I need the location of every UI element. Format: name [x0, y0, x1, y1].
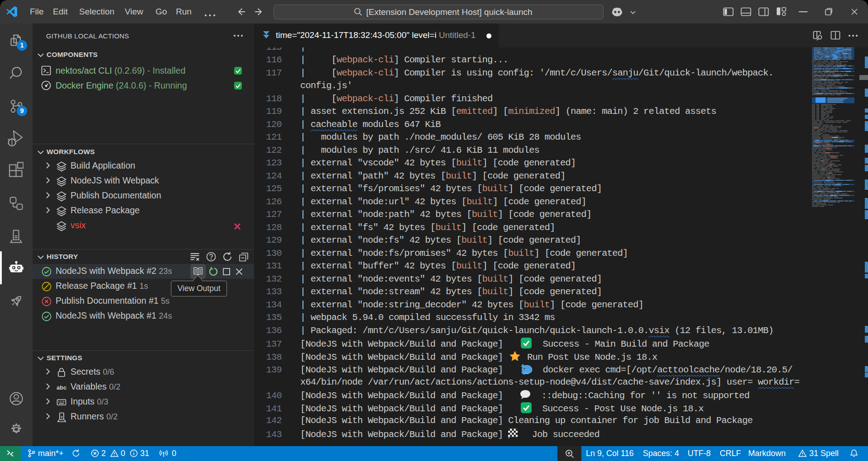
- svg-text:abc: abc: [57, 384, 66, 391]
